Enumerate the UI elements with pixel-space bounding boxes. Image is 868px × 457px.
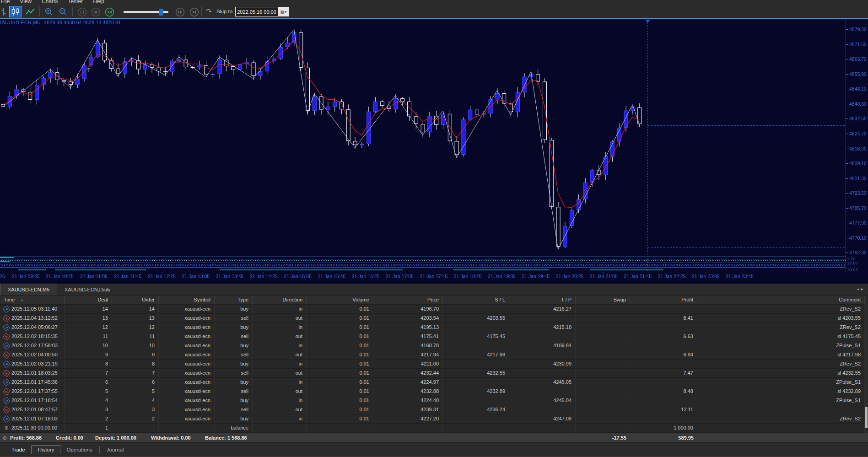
cell-time: ➔2025.12.02 18:15:35 [0,332,65,341]
menu-item-file[interactable]: File [1,0,10,5]
column-header-order[interactable]: Order [112,296,159,305]
cell-order: 10 [112,341,159,350]
stop-button[interactable] [90,6,101,17]
tab-scroll-arrows[interactable]: ◂▸ [857,286,865,291]
candlestick-chart-canvas[interactable] [0,18,868,284]
cell-profit [630,341,697,350]
price-axis-label: 4871.50 [849,42,867,47]
cell-tp: 4189.84 [509,341,576,350]
deal-row[interactable]: ➔2025.12.01 17:45:3666xauusd-ecnbuyin0.0… [0,378,865,387]
price-axis-label: 4840.30 [849,101,867,107]
chart-tab-xauusd-ecn-daily[interactable]: XAUUSD-ECN,Daily [57,284,118,295]
fast-forward-button[interactable] [174,6,185,17]
pause-button[interactable] [76,6,87,17]
cell-sl [443,360,509,369]
deal-row[interactable]: ➔2025.12.02 04:00:5099xauusd-ecnsellout0… [0,350,865,360]
cell-deal: 8 [65,360,112,369]
column-header-type[interactable]: Type [215,296,253,305]
skip-to-label: Skip to [216,9,232,14]
balance-deal-icon: ⊕ [4,425,9,431]
speed-slider[interactable] [124,11,168,13]
price-axis-label: 4863.70 [849,56,867,62]
deal-row[interactable]: ⊕2025.11.30 00:00:001balance1 000.00 [0,424,865,433]
cell-direction: in [253,305,307,314]
column-header-profit[interactable]: Profit [630,296,697,305]
column-header-comment[interactable]: Comment [697,296,865,305]
cell-direction: in [253,360,307,369]
tab-separator [99,446,100,453]
cell-deal: 9 [65,350,112,360]
deals-table-header: Time▾DealOrderSymbolTypeDirectionVolumeP… [0,296,865,305]
bar-chart-button[interactable] [0,6,9,17]
cell-comment: sl 4203.55 [697,314,865,323]
cell-profit: 1 000.00 [630,424,697,433]
buy-deal-icon: ➔ [3,397,11,404]
scrollbar-thumb[interactable] [865,407,868,428]
line-chart-button[interactable] [25,6,36,17]
chart-panel[interactable]: XAUUSD-ECN,M54829.46 4830.64 4828.13 482… [0,18,868,284]
calendar-button[interactable]: ▦▾ [278,7,289,16]
bottom-tab-journal[interactable]: Journal [101,446,130,454]
toolbar-separator [39,7,40,16]
cell-price: 4175.41 [373,332,443,341]
table-scrollbar[interactable] [865,296,868,433]
price-axis-label: 4824.70 [849,131,867,136]
column-header-price[interactable]: Price [373,296,443,305]
column-header-swap[interactable]: Swap [576,296,630,305]
rewind-button[interactable] [104,6,115,17]
skip-to-end-button[interactable] [189,6,199,17]
cell-time: ⊕2025.11.30 00:00:00 [0,424,65,433]
menu-item-tester[interactable]: Tester [68,0,83,5]
column-header-deal[interactable]: Deal [65,296,112,305]
deal-row[interactable]: ➔2025.12.01 08:47:5733xauusd-ecnsellout0… [0,405,865,414]
price-axis-label: 4777.90 [849,220,867,226]
zoom-in-button[interactable] [43,6,54,17]
column-header-tp[interactable]: T / P [509,296,576,305]
skip-to-date-input[interactable] [236,7,278,16]
bottom-tab-history[interactable]: History [32,445,61,454]
menu-item-help[interactable]: Help [93,0,104,5]
column-header-symbol[interactable]: Symbol [159,296,215,305]
cell-deal: 14 [65,305,112,314]
buy-deal-icon: ➔ [3,305,11,313]
cell-symbol: xauusd-ecn [159,396,215,405]
cell-order: 7 [112,369,159,378]
deal-row[interactable]: ➔2025.12.01 17:18:5444xauusd-ecnbuyin0.0… [0,396,865,405]
cell-profit [630,360,697,369]
cell-order: 14 [112,305,159,314]
bottom-tab-trade[interactable]: Trade [5,446,32,454]
column-header-sl[interactable]: S / L [443,296,509,305]
cell-swap [576,323,630,332]
deal-row[interactable]: ➔2025.12.04 05:06:271212xauusd-ecnbuyin0… [0,323,865,332]
cell-type: balance [215,424,253,433]
deal-row[interactable]: ➔2025.12.05 03:11:401414xauusd-ecnbuyin0… [0,305,865,314]
speed-slider-handle[interactable] [159,9,163,16]
deals-table-body: ➔2025.12.05 03:11:401414xauusd-ecnbuyin0… [0,305,865,433]
cell-volume: 0.01 [307,396,373,405]
menu-item-view[interactable]: View [20,0,32,5]
deal-row[interactable]: ➔2025.12.01 17:37:5555xauusd-ecnsellout0… [0,387,865,396]
cell-time: ➔2025.12.02 17:58:03 [0,341,65,350]
cell-profit [630,396,697,405]
deal-row[interactable]: ➔2025.12.02 03:21:1988xauusd-ecnbuyin0.0… [0,360,865,369]
price-axis-label: 4785.70 [849,205,867,211]
menu-item-charts[interactable]: Charts [42,0,58,5]
column-header-time[interactable]: Time▾ [0,296,65,305]
deal-row[interactable]: ➔2025.12.04 13:12:521313xauusd-ecnsellou… [0,314,865,323]
bottom-tab-operations[interactable]: Operations [60,446,98,454]
deal-row[interactable]: ➔2025.12.02 17:58:031010xauusd-ecnbuyin0… [0,341,865,350]
cell-symbol: xauusd-ecn [159,305,215,314]
column-header-volume[interactable]: Volume [307,296,373,305]
cell-profit [630,414,697,424]
chart-ohlc-values: 4829.46 4830.64 4828.13 4828.91 [44,20,121,25]
deal-row[interactable]: ➔2025.12.01 07:18:0322xauusd-ecnbuyin0.0… [0,414,865,424]
deal-row[interactable]: ➔2025.12.01 18:03:2577xauusd-ecnsellout0… [0,369,865,378]
zoom-out-button[interactable] [58,6,69,17]
cell-symbol: xauusd-ecn [159,378,215,387]
chart-tab-xauusd-ecn-m5[interactable]: XAUUSD-ECN,M5 [0,284,57,295]
deal-row[interactable]: ➔2025.12.02 18:15:351111xauusd-ecnsellou… [0,332,865,341]
cell-volume: 0.01 [307,305,373,314]
column-header-direction[interactable]: Direction [253,296,307,305]
candlestick-chart-button[interactable] [9,6,22,17]
cell-swap [576,341,630,350]
